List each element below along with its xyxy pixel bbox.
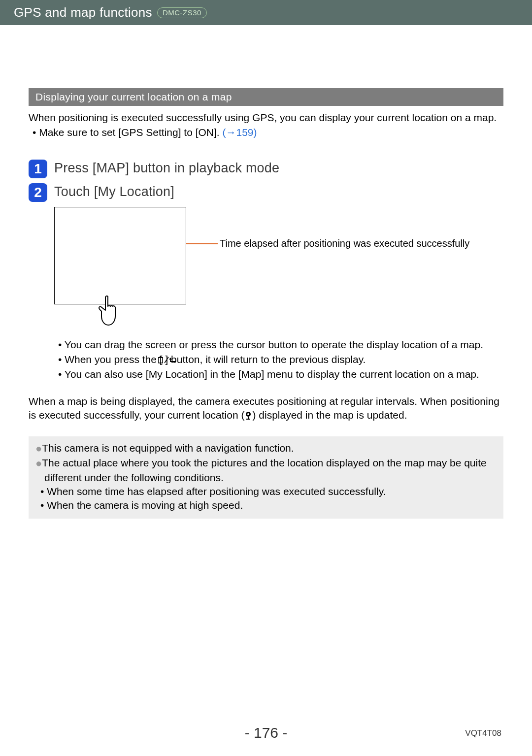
positioning-paragraph: When a map is being displayed, the camer… — [29, 394, 503, 424]
bullet-dot-icon: ● — [35, 457, 42, 469]
note-2a: • When some time has elapsed after posit… — [35, 485, 497, 498]
step-2: 2 Touch [My Location] — [29, 183, 503, 202]
model-badge: DMC-ZS30 — [157, 7, 207, 18]
intro-bullet-text: • Make sure to set [GPS Setting] to [ON]… — [33, 127, 223, 138]
section-heading: Displaying your current location on a ma… — [29, 88, 503, 106]
touch-hand-icon — [96, 295, 123, 331]
step-1-text: Press [MAP] button in playback mode — [54, 160, 279, 176]
callout-line — [186, 243, 218, 244]
bullet-dot-icon: ● — [35, 442, 42, 455]
diagram: Time elapsed after positioning was execu… — [54, 207, 503, 335]
svg-line-3 — [165, 357, 168, 363]
callout-label: Time elapsed after positioning was execu… — [220, 238, 469, 249]
svg-rect-0 — [159, 358, 163, 363]
note-2: ●The actual place where you took the pic… — [35, 456, 497, 485]
trash-return-icon — [163, 354, 178, 368]
step-number-icon: 1 — [29, 160, 47, 178]
intro-text: When positioning is executed successfull… — [29, 111, 503, 125]
header-title: GPS and map functions — [14, 5, 152, 20]
page-number: - 176 - — [0, 724, 532, 741]
screen-rectangle — [54, 207, 186, 304]
document-code: VQT4T08 — [465, 728, 501, 738]
page-header: GPS and map functions DMC-ZS30 — [0, 0, 532, 25]
step-1: 1 Press [MAP] button in playback mode — [29, 160, 503, 178]
intro-bullet: • Make sure to set [GPS Setting] to [ON]… — [29, 126, 503, 139]
step-2-text: Touch [My Location] — [54, 183, 174, 199]
step-note-3: • You can also use [My Location] in the … — [58, 367, 503, 381]
location-pin-icon — [244, 410, 252, 424]
page-reference-link[interactable]: (→159) — [223, 127, 257, 138]
step-note-2: • When you press the [ ] button, it will… — [58, 353, 503, 366]
step-notes: • You can drag the screen or press the c… — [58, 338, 503, 382]
svg-point-5 — [247, 413, 249, 415]
step-note-1: • You can drag the screen or press the c… — [58, 338, 503, 352]
note-box: ●This camera is not equipped with a navi… — [29, 436, 503, 518]
step-number-icon: 2 — [29, 183, 47, 202]
note-1: ●This camera is not equipped with a navi… — [35, 441, 497, 456]
note-2b: • When the camera is moving at high spee… — [35, 498, 497, 512]
